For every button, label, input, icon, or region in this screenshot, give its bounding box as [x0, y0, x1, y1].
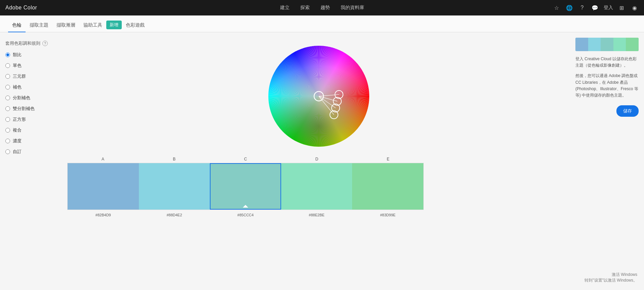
top-navigation: Adobe Color 建立 探索 趨勢 我的資料庫 ☆ 🌐 ? 💬 登入 ⊞ …: [0, 0, 644, 15]
option-double-split-comp[interactable]: 雙分割補色: [5, 106, 62, 112]
option-shades[interactable]: 濃度: [5, 138, 62, 144]
nav-library[interactable]: 我的資料庫: [341, 5, 364, 11]
swatch-label-c: C: [210, 157, 281, 161]
preview-a: [575, 38, 588, 51]
color-preview-strip: [575, 38, 639, 51]
apps-icon[interactable]: ⊞: [618, 4, 626, 12]
swatch-e-hex: #83D99E: [380, 213, 395, 217]
option-square[interactable]: 正方形: [5, 116, 62, 122]
nav-explore[interactable]: 探索: [300, 5, 310, 11]
preview-c: [601, 38, 613, 51]
tab-extract-theme[interactable]: 擷取主題: [26, 22, 52, 32]
swatch-c[interactable]: #85CCC4: [210, 163, 281, 210]
swatch-c-hex: #85CCC4: [237, 213, 254, 217]
description-2: 然後，您可以通過 Adobe 調色盤或 CC Libraries，在 Adobe…: [575, 73, 639, 99]
swatch-labels-row: A B C D E: [67, 157, 424, 163]
sub-navigation: 色輪 擷取主題 擷取漸層 協助工具 新增 色彩遊戲: [0, 15, 644, 32]
option-monochromatic[interactable]: 單色: [5, 63, 62, 69]
tab-new[interactable]: 新增: [106, 21, 122, 29]
main-content: 套用色彩調和規則 ? 類比 單色 三元群 補色 分割補色 雙分割補色: [0, 32, 644, 290]
star-icon[interactable]: ☆: [553, 4, 561, 12]
app-logo: Adobe Color: [5, 5, 37, 11]
preview-b: [588, 38, 601, 51]
top-right-actions: ☆ 🌐 ? 💬 登入 ⊞ ◉: [553, 4, 639, 12]
color-wheel-wrapper[interactable]: [265, 42, 373, 150]
option-analogous[interactable]: 類比: [5, 52, 62, 58]
tab-extract-gradient[interactable]: 擷取漸層: [52, 22, 79, 32]
swatch-d[interactable]: #88E2BE: [281, 163, 352, 210]
help-tooltip-icon[interactable]: ?: [42, 41, 48, 46]
preview-d: [613, 38, 626, 51]
user-icon[interactable]: ◉: [631, 4, 639, 12]
tab-color-wheel[interactable]: 色輪: [8, 22, 26, 32]
login-button[interactable]: 登入: [604, 5, 613, 11]
swatch-a[interactable]: #82B4D9: [68, 163, 139, 210]
description-1: 登入 Creative Cloud 以儲存此色彩主題（從色輪或影像創建）。: [575, 56, 639, 69]
swatch-a-hex: #82B4D9: [96, 213, 111, 217]
right-panel: 登入 Creative Cloud 以儲存此色彩主題（從色輪或影像創建）。 然後…: [570, 32, 644, 290]
nav-create[interactable]: 建立: [280, 5, 290, 11]
harmony-sidebar: 套用色彩調和規則 ? 類比 單色 三元群 補色 分割補色 雙分割補色: [0, 32, 67, 290]
option-custom[interactable]: 自訂: [5, 149, 62, 155]
color-wheel-svg[interactable]: [265, 42, 373, 150]
swatch-label-b: B: [139, 157, 210, 161]
swatch-label-d: D: [281, 157, 352, 161]
globe-icon[interactable]: 🌐: [565, 4, 573, 12]
main-nav: 建立 探索 趨勢 我的資料庫: [280, 5, 364, 11]
swatch-e[interactable]: #83D99E: [352, 163, 423, 210]
swatches-row: #82B4D9 #88D4E2 #85CCC4 #88E2BE #83D99E: [67, 163, 424, 210]
swatch-label-a: A: [67, 157, 139, 161]
swatch-c-arrow: [243, 205, 248, 208]
chat-icon[interactable]: 💬: [591, 4, 599, 12]
color-wheel-area: A B C D E #82B4D9 #88D4E2 #85CCC4 #88E2: [67, 32, 570, 290]
save-button[interactable]: 儲存: [616, 105, 639, 117]
tab-accessibility[interactable]: 協助工具: [79, 22, 106, 32]
nav-trends[interactable]: 趨勢: [320, 5, 330, 11]
preview-e: [626, 38, 639, 51]
option-triad[interactable]: 三元群: [5, 73, 62, 79]
option-split-comp[interactable]: 分割補色: [5, 95, 62, 101]
option-compound[interactable]: 複合: [5, 127, 62, 133]
swatch-b[interactable]: #88D4E2: [139, 163, 210, 210]
swatch-label-e: E: [352, 157, 424, 161]
option-complementary[interactable]: 補色: [5, 84, 62, 90]
swatch-b-hex: #88D4E2: [166, 213, 182, 217]
sidebar-title: 套用色彩調和規則 ?: [5, 40, 62, 46]
swatch-d-hex: #88E2BE: [309, 213, 324, 217]
help-icon[interactable]: ?: [578, 4, 586, 12]
tab-color-game[interactable]: 色彩遊戲: [122, 22, 149, 32]
